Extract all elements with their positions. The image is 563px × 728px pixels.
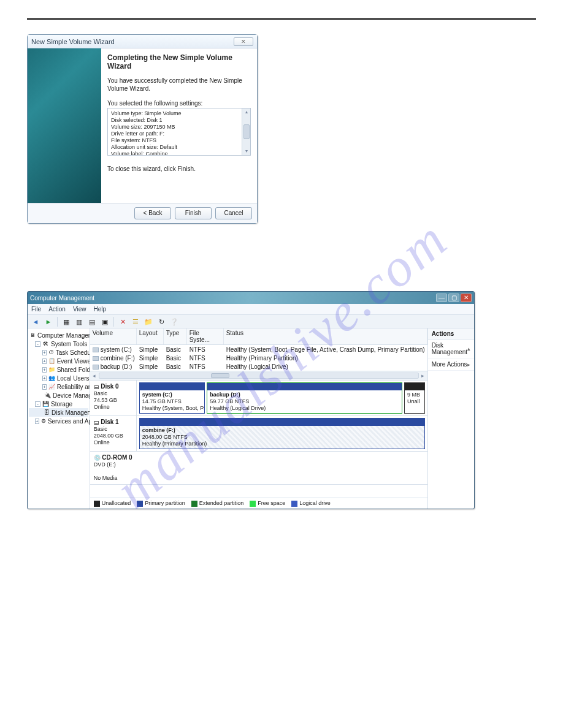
tree-label: Disk Management (52, 409, 90, 416)
scroll-track[interactable] (99, 373, 419, 379)
scroll-up-icon[interactable]: ▴ (245, 108, 248, 116)
close-button[interactable]: ✕ (461, 294, 472, 302)
volume-row[interactable]: system (C:) Simple Basic NTFS Healthy (S… (90, 345, 427, 354)
tree-disk-management[interactable]: 🗄Disk Management (29, 408, 88, 417)
part-size: 14.75 GB NTFS (142, 398, 182, 404)
disk-type: DVD (E:) (94, 461, 116, 468)
tree-root[interactable]: 🖥Computer Management (Local) (29, 331, 88, 339)
refresh-icon[interactable]: ↻ (156, 316, 167, 327)
scroll-left-icon[interactable]: ◂ (90, 373, 99, 379)
menu-view[interactable]: View (73, 306, 86, 313)
setting-line: Allocation unit size: Default (111, 144, 239, 151)
wizard-titlebar: New Simple Volume Wizard ✕ (28, 35, 257, 48)
partition-unallocated[interactable]: 9 MB Unall (404, 382, 425, 414)
properties-icon[interactable]: ☰ (130, 316, 141, 327)
drive-icon (93, 356, 99, 361)
wizard-heading: Completing the New Simple Volume Wizard (107, 53, 251, 70)
menu-file[interactable]: File (31, 306, 41, 313)
partition-system-c[interactable]: system (C:) 14.75 GB NTFS Healthy (Syste… (139, 382, 205, 414)
toolbar-icon[interactable]: ▦ (61, 316, 72, 327)
cancel-button[interactable]: Cancel (215, 207, 252, 219)
expand-icon[interactable]: + (35, 419, 39, 424)
part-name: system (C:) (142, 392, 172, 398)
wizard-title: New Simple Volume Wizard (31, 38, 115, 45)
wizard-close-hint: To close this wizard, click Finish. (107, 165, 251, 172)
setting-line: Volume label: Combine (111, 151, 239, 155)
toolbar-separator (57, 317, 58, 327)
delete-icon[interactable]: ✕ (117, 316, 128, 327)
wizard-close-button[interactable]: ✕ (234, 37, 253, 46)
wizard-settings-label: You selected the following settings: (107, 100, 251, 107)
folder-icon[interactable]: 📁 (143, 316, 154, 327)
collapse-icon[interactable]: - (35, 401, 40, 407)
expand-icon[interactable]: + (42, 358, 47, 364)
toolbar-icon[interactable]: ▥ (74, 316, 85, 327)
actions-disk-management[interactable]: Disk Management▴ (428, 339, 474, 358)
partition-backup-d[interactable]: backup (D:) 59.77 GB NTFS Healthy (Logic… (207, 382, 402, 414)
part-size: 59.77 GB NTFS (210, 398, 249, 404)
actions-more[interactable]: More Actions▸ (428, 358, 474, 371)
vol-name: combine (F:) (101, 355, 135, 362)
menu-action[interactable]: Action (48, 306, 66, 313)
help-icon[interactable]: ❔ (169, 316, 180, 327)
cdrom-icon: 💿 (94, 455, 101, 461)
vol-layout: Simple (137, 346, 164, 353)
part-status: Healthy (Primary Partition) (142, 441, 207, 447)
scroll-right-icon[interactable]: ▸ (419, 373, 427, 379)
tree-reliability[interactable]: +📈Reliability and Performance (29, 382, 88, 391)
menu-help[interactable]: Help (93, 306, 106, 313)
volume-hscroll[interactable]: ◂ ▸ (90, 371, 427, 381)
tree-event-viewer[interactable]: +📋Event Viewer (29, 357, 88, 365)
tree-task-scheduler[interactable]: +⏱Task Scheduler (29, 348, 88, 357)
cdrom-label[interactable]: 💿 CD-ROM 0 DVD (E:) No Media (90, 452, 137, 484)
tree-label: Storage (51, 401, 72, 408)
partition-combine-f[interactable]: combine (F:) 2048.00 GB NTFS Healthy (Pr… (139, 418, 425, 449)
expand-icon[interactable]: + (42, 350, 47, 355)
computer-management-window: Computer Management — ▢ ✕ File Action Vi… (27, 291, 475, 509)
expand-icon[interactable]: + (42, 376, 47, 381)
actions-heading: Actions (428, 328, 474, 339)
vol-fs: NTFS (187, 355, 224, 362)
disk0-label[interactable]: 🖴 Disk 0 Basic 74.53 GB Online (90, 381, 137, 415)
col-filesys[interactable]: File Syste... (187, 328, 224, 344)
toolbar-icon[interactable]: ▣ (99, 316, 110, 327)
col-layout[interactable]: Layout (137, 328, 164, 344)
drive-icon (93, 347, 99, 352)
disk-type: Basic (94, 426, 107, 432)
tree-device-manager[interactable]: 🔌Device Manager (29, 391, 88, 400)
expand-icon[interactable]: + (42, 367, 47, 373)
col-status[interactable]: Status (224, 328, 427, 344)
back-button[interactable]: < Back (134, 207, 171, 219)
collapse-icon[interactable]: - (35, 341, 40, 347)
minimize-button[interactable]: — (436, 294, 447, 302)
tree-services[interactable]: +⚙Services and Applications (29, 417, 88, 425)
tree-system-tools[interactable]: -🛠System Tools (29, 339, 88, 348)
scroll-thumb[interactable] (243, 124, 250, 139)
maximize-button[interactable]: ▢ (448, 294, 459, 302)
wizard-settings-scrollbar[interactable]: ▴ ▾ (242, 108, 250, 155)
tree-local-users[interactable]: +👥Local Users and Groups (29, 374, 88, 382)
tree-shared-folders[interactable]: +📁Shared Folders (29, 365, 88, 374)
col-volume[interactable]: Volume (90, 328, 137, 344)
nav-forward-icon[interactable]: ► (43, 316, 54, 327)
scroll-thumb[interactable] (211, 373, 229, 378)
cm-menubar: File Action View Help (28, 304, 474, 315)
scroll-down-icon[interactable]: ▾ (245, 148, 248, 155)
nav-back-icon[interactable]: ◄ (30, 316, 41, 327)
col-type[interactable]: Type (164, 328, 187, 344)
finish-button[interactable]: Finish (175, 207, 212, 219)
actions-pane: Actions Disk Management▴ More Actions▸ (428, 328, 474, 509)
part-name: combine (F:) (142, 427, 175, 433)
expand-icon[interactable]: + (42, 384, 47, 390)
vol-fs: NTFS (187, 346, 224, 353)
tree-storage[interactable]: -💾Storage (29, 400, 88, 408)
part-name: backup (D:) (210, 392, 240, 398)
volume-row[interactable]: backup (D:) Simple Basic NTFS Healthy (L… (90, 362, 427, 371)
disk-state: No Media (94, 475, 118, 481)
disk1-label[interactable]: 🖴 Disk 1 Basic 2048.00 GB Online (90, 416, 137, 451)
toolbar-icon[interactable]: ▤ (86, 316, 98, 327)
vol-fs: NTFS (187, 363, 224, 370)
cm-toolbar: ◄ ► ▦ ▥ ▤ ▣ ✕ ☰ 📁 ↻ ❔ (28, 315, 474, 328)
disk-type: Basic (94, 390, 107, 396)
volume-row[interactable]: combine (F:) Simple Basic NTFS Healthy (… (90, 354, 427, 362)
